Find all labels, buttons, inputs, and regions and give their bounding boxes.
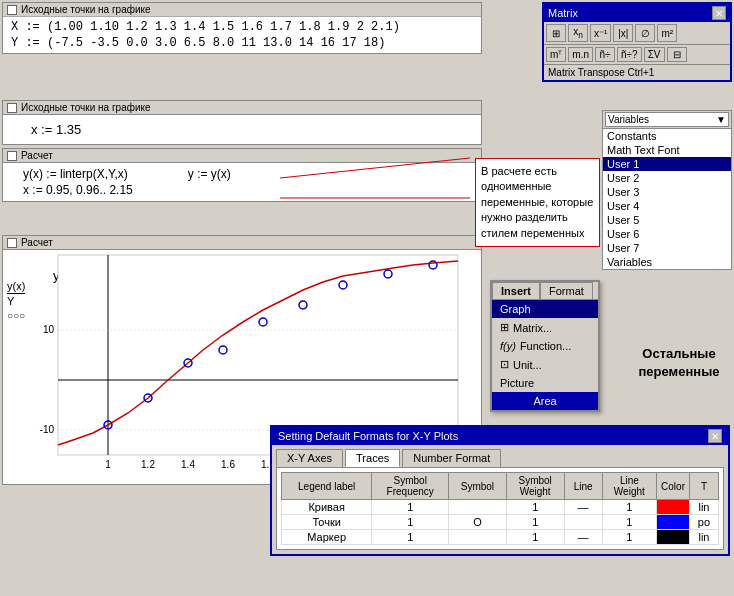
row2-label: Точки <box>282 515 372 530</box>
comment-bubble: В расчете есть одноименные переменные, к… <box>475 158 600 247</box>
dialog-tabs: X-Y Axes Traces Number Format <box>272 445 728 467</box>
row1-color[interactable] <box>657 500 690 515</box>
calc-formula1: y(x) := linterp(X,Y,x) <box>23 167 128 181</box>
row1-line: — <box>564 500 602 515</box>
variables-dropdown[interactable]: Variables ▼ <box>605 112 729 127</box>
source-panel-1-checkbox[interactable] <box>7 5 17 15</box>
matrix-btn-xinv[interactable]: x⁻¹ <box>590 24 611 42</box>
dialog-formats: Setting Default Formats for X-Y Plots ✕ … <box>270 425 730 556</box>
var-user7[interactable]: User 7 <box>603 241 731 255</box>
source-panel-1: Исходные точки на графике X := (1.00 1.1… <box>2 2 482 54</box>
unit-menu-label: Unit... <box>513 359 542 371</box>
var-constants[interactable]: Constants <box>603 129 731 143</box>
matrix-btn-div2[interactable]: ñ÷? <box>617 47 642 62</box>
var-user1[interactable]: User 1 <box>603 157 731 171</box>
x-row: X := (1.00 1.10 1.2 1.3 1.4 1.5 1.6 1.7 … <box>11 20 473 34</box>
dialog-titlebar: Setting Default Formats for X-Y Plots ✕ <box>272 427 728 445</box>
col-symbol: Symbol <box>449 473 507 500</box>
matrix-btn-sum[interactable]: ΣV <box>644 47 665 62</box>
matrix-btn-mt[interactable]: mᵀ <box>546 47 566 62</box>
row3-sym-weight: 1 <box>506 530 564 545</box>
menu-item-picture[interactable]: Picture <box>492 374 598 392</box>
matrix-icon: ⊞ <box>500 321 509 334</box>
var-user3[interactable]: User 3 <box>603 185 731 199</box>
var-user5[interactable]: User 5 <box>603 213 731 227</box>
other-vars-label: Остальные переменные <box>629 345 729 381</box>
source-panel-2-header: Исходные точки на графике <box>3 101 481 115</box>
matrix-btn-grid[interactable]: ⊞ <box>546 24 566 42</box>
menu-tabs: Insert Format <box>492 282 598 300</box>
row1-sym-weight: 1 <box>506 500 564 515</box>
menu-item-area[interactable]: Area <box>492 392 598 410</box>
chevron-down-icon: ▼ <box>716 114 726 125</box>
matrix-label: Matrix Transpose Ctrl+1 <box>544 65 730 80</box>
source-panel-2-checkbox[interactable] <box>7 103 17 113</box>
row3-line-weight: 1 <box>602 530 656 545</box>
tab-insert[interactable]: Insert <box>492 282 540 299</box>
graph-panel-header: Расчет <box>3 236 481 250</box>
svg-text:1.4: 1.4 <box>181 459 195 470</box>
calc-range: x := 0.95, 0.96.. 2.15 <box>23 183 461 197</box>
svg-text:1: 1 <box>105 459 111 470</box>
matrix-window: Matrix ✕ ⊞ xn x⁻¹ |x| ∅ m² mᵀ m.n ñ÷ ñ÷?… <box>542 2 732 82</box>
matrix-toolbar-row1: ⊞ xn x⁻¹ |x| ∅ m² <box>544 22 730 45</box>
matrix-btn-minus[interactable]: ⊟ <box>667 47 687 62</box>
workspace: Исходные точки на графике X := (1.00 1.1… <box>0 0 734 596</box>
source-panel-1-content: X := (1.00 1.10 1.2 1.3 1.4 1.5 1.6 1.7 … <box>3 17 481 53</box>
col-type: T <box>689 473 718 500</box>
matrix-btn-msq[interactable]: m² <box>657 24 677 42</box>
menu-item-matrix[interactable]: ⊞ Matrix... <box>492 318 598 337</box>
graph-y-func-label: y(x) <box>7 280 25 294</box>
var-user4[interactable]: User 4 <box>603 199 731 213</box>
matrix-btn-mn[interactable]: m.n <box>568 47 593 62</box>
y-axis-label: y(x) Y ○○○ <box>7 280 25 322</box>
col-legend-label: Legend label <box>282 473 372 500</box>
tab-format[interactable]: Format <box>540 282 593 299</box>
dialog-close-button[interactable]: ✕ <box>708 429 722 443</box>
dialog-title: Setting Default Formats for X-Y Plots <box>278 430 458 442</box>
matrix-titlebar: Matrix ✕ <box>544 4 730 22</box>
picture-menu-label: Picture <box>500 377 534 389</box>
menu-item-function[interactable]: f(y) Function... <box>492 337 598 355</box>
variables-dropdown-label: Variables <box>608 114 649 125</box>
graph-checkbox[interactable] <box>7 238 17 248</box>
col-line: Line <box>564 473 602 500</box>
source-panel-2-title: Исходные точки на графике <box>21 102 151 113</box>
col-color: Color <box>657 473 690 500</box>
row1-symbol <box>449 500 507 515</box>
menu-item-unit[interactable]: ⊡ Unit... <box>492 355 598 374</box>
function-menu-label: Function... <box>520 340 571 352</box>
row3-line: — <box>564 530 602 545</box>
row1-sym-freq: 1 <box>372 500 449 515</box>
svg-text:1.6: 1.6 <box>221 459 235 470</box>
matrix-close-button[interactable]: ✕ <box>712 6 726 20</box>
row3-color[interactable] <box>657 530 690 545</box>
row2-symbol: O <box>449 515 507 530</box>
var-user6[interactable]: User 6 <box>603 227 731 241</box>
row3-label: Маркер <box>282 530 372 545</box>
matrix-btn-div1[interactable]: ñ÷ <box>595 47 615 62</box>
tab-number-format[interactable]: Number Format <box>402 449 501 467</box>
source-panel-2: Исходные точки на графике x := 1.35 <box>2 100 482 145</box>
comment-text: В расчете есть одноименные переменные, к… <box>481 165 593 239</box>
row2-color[interactable] <box>657 515 690 530</box>
row2-sym-freq: 1 <box>372 515 449 530</box>
calc-title: Расчет <box>21 150 53 161</box>
matrix-btn-null[interactable]: ∅ <box>635 24 655 42</box>
matrix-btn-xn[interactable]: xn <box>568 24 588 42</box>
var-math-text-font[interactable]: Math Text Font <box>603 143 731 157</box>
tab-traces[interactable]: Traces <box>345 449 400 467</box>
unit-icon: ⊡ <box>500 358 509 371</box>
menu-item-graph[interactable]: Graph <box>492 300 598 318</box>
calc-panel-header: Расчет <box>3 149 481 163</box>
var-variables[interactable]: Variables <box>603 255 731 269</box>
col-sym-weight: SymbolWeight <box>506 473 564 500</box>
tab-xy-axes[interactable]: X-Y Axes <box>276 449 343 467</box>
graph-menu-label: Graph <box>500 303 531 315</box>
calc-checkbox[interactable] <box>7 151 17 161</box>
graph-y-axis-label: Y <box>7 295 25 308</box>
variables-panel: Variables ▼ Constants Math Text Font Use… <box>602 110 732 270</box>
table-row: Маркер 1 1 — 1 lin <box>282 530 719 545</box>
var-user2[interactable]: User 2 <box>603 171 731 185</box>
matrix-btn-abs[interactable]: |x| <box>613 24 633 42</box>
